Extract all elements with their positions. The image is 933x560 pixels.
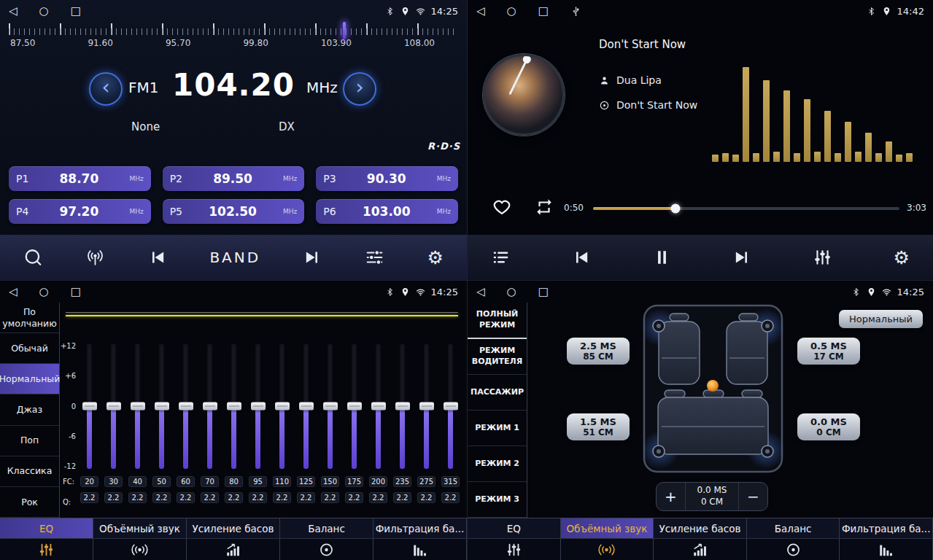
eq-band-slider[interactable] [279, 343, 284, 469]
tab-eq-icon[interactable] [0, 539, 93, 560]
eq-band-slider[interactable] [424, 343, 429, 469]
nav-back-icon[interactable]: ◁ [476, 287, 485, 298]
eq-slider-handle[interactable] [203, 402, 217, 411]
seek-bar[interactable] [593, 207, 899, 210]
tab-bass-boost[interactable]: Усиление басов [187, 518, 280, 538]
eq-band-slider[interactable] [159, 343, 164, 469]
broadcast-icon[interactable] [85, 248, 105, 267]
tab-balance[interactable]: Баланс [747, 518, 840, 538]
nav-home-icon[interactable]: ○ [39, 6, 49, 17]
equalizer-icon[interactable] [813, 248, 832, 267]
nav-back-icon[interactable]: ◁ [9, 6, 18, 17]
eq-preset-item[interactable]: Поп [0, 426, 59, 456]
nav-home-icon[interactable]: ○ [507, 6, 516, 17]
rear-right-delay-badge[interactable]: 0.0 MS 0 CM [797, 413, 860, 440]
eq-slider-handle[interactable] [323, 402, 338, 411]
nav-recents-icon[interactable]: □ [538, 287, 549, 298]
nav-recents-icon[interactable]: □ [538, 6, 549, 17]
eq-slider-handle[interactable] [275, 402, 290, 411]
eq-band-slider[interactable] [111, 343, 116, 469]
frequency-indicator[interactable] [343, 22, 346, 39]
favorite-heart-icon[interactable] [492, 198, 512, 217]
nav-home-icon[interactable]: ○ [507, 287, 516, 298]
tab-eq[interactable]: EQ [0, 518, 93, 538]
eq-band-slider[interactable] [400, 343, 405, 469]
next-station-icon[interactable] [303, 248, 322, 267]
tab-eq-icon[interactable] [468, 539, 561, 560]
frequency-scale[interactable]: 87.50 91.60 95.70 99.80 103.90 108.00 [0, 23, 467, 61]
eq-slider-handle[interactable] [107, 402, 121, 411]
eq-band-slider[interactable] [352, 343, 357, 469]
eq-band-slider[interactable] [207, 343, 212, 469]
settings-gear-icon[interactable]: ⚙ [427, 249, 444, 267]
nav-back-icon[interactable]: ◁ [9, 287, 18, 298]
tab-balance-icon[interactable] [280, 539, 373, 560]
eq-slider-handle[interactable] [395, 402, 410, 411]
tab-balance-icon[interactable] [747, 539, 840, 560]
tab-bass-boost[interactable]: Усиление басов [654, 518, 747, 538]
front-left-delay-badge[interactable]: 2.5 MS 85 CM [567, 338, 630, 365]
eq-band-slider[interactable] [183, 343, 188, 469]
eq-preset-item[interactable]: Обычай [0, 333, 59, 364]
tab-surround-sound-icon[interactable] [561, 539, 654, 560]
nav-home-icon[interactable]: ○ [39, 287, 49, 298]
front-right-delay-badge[interactable]: 0.5 MS 17 CM [797, 338, 860, 365]
eq-slider-handle[interactable] [131, 402, 145, 411]
eq-band-slider[interactable] [255, 343, 260, 469]
tab-surround-sound[interactable]: Объёмный звук [93, 518, 187, 538]
eq-slider-handle[interactable] [371, 402, 386, 411]
tab-bass-boost-icon[interactable] [187, 539, 280, 560]
tab-filter[interactable]: Фильтрация ба... [840, 518, 933, 538]
tab-eq[interactable]: EQ [468, 518, 561, 538]
nav-recents-icon[interactable]: □ [71, 287, 81, 298]
tab-filter[interactable]: Фильтрация ба... [373, 518, 467, 538]
sound-preset-button[interactable]: Нормальный [839, 310, 923, 328]
eq-preset-item[interactable]: Рок [0, 487, 59, 518]
eq-band-slider[interactable] [448, 343, 453, 469]
pause-icon[interactable] [652, 248, 672, 267]
previous-track-icon[interactable] [571, 248, 591, 267]
eq-preset-item[interactable]: Классика [0, 456, 59, 487]
radio-preset-p2[interactable]: P289.50MHz [163, 166, 305, 191]
surround-mode-item[interactable]: РЕЖИМ 1 [468, 411, 527, 446]
settings-gear-icon[interactable]: ⚙ [894, 249, 910, 267]
eq-slider-handle[interactable] [347, 402, 362, 411]
tab-filter-icon[interactable] [373, 539, 467, 560]
surround-mode-item[interactable]: РЕЖИМ ВОДИТЕЛЯ [468, 339, 527, 375]
band-button[interactable]: BAND [209, 249, 260, 266]
radio-preset-p4[interactable]: P497.20MHz [9, 199, 151, 224]
eq-band-slider[interactable] [376, 343, 381, 469]
eq-slider-handle[interactable] [251, 402, 266, 411]
eq-band-slider[interactable] [87, 343, 92, 469]
eq-band-slider[interactable] [135, 343, 140, 469]
album-art[interactable] [483, 54, 565, 136]
surround-mode-item[interactable]: ПОЛНЫЙ РЕЖИМ [468, 303, 527, 339]
eq-band-slider[interactable] [303, 343, 309, 469]
surround-mode-item[interactable]: РЕЖИМ 3 [468, 482, 527, 518]
eq-slider-handle[interactable] [82, 402, 97, 411]
radio-preset-p3[interactable]: P390.30MHz [316, 166, 458, 191]
playlist-icon[interactable] [491, 248, 511, 267]
eq-preset-item[interactable]: По умолчанию [0, 303, 59, 333]
nav-recents-icon[interactable]: □ [71, 6, 81, 17]
eq-slider-handle[interactable] [299, 402, 314, 411]
scan-search-icon[interactable] [23, 248, 43, 267]
eq-preset-item[interactable]: Джаз [0, 394, 59, 425]
seek-bar-knob[interactable] [671, 204, 681, 214]
eq-slider-handle[interactable] [227, 402, 241, 411]
radio-preset-p6[interactable]: P6103.00MHz [316, 199, 458, 224]
tab-surround-sound-icon[interactable] [93, 539, 187, 560]
tab-surround-sound[interactable]: Объёмный звук [561, 518, 654, 538]
eq-band-slider[interactable] [231, 343, 236, 469]
next-track-icon[interactable] [732, 248, 752, 267]
eq-slider-handle[interactable] [179, 402, 193, 411]
nav-back-icon[interactable]: ◁ [476, 6, 485, 17]
tune-up-button[interactable]: › [343, 72, 376, 106]
tab-filter-icon[interactable] [840, 539, 933, 560]
equalizer-icon[interactable] [365, 248, 384, 267]
previous-station-icon[interactable] [147, 248, 167, 267]
eq-band-slider[interactable] [328, 343, 333, 469]
decrease-delay-button[interactable]: − [738, 483, 767, 510]
repeat-icon[interactable] [534, 198, 554, 217]
radio-preset-p5[interactable]: P5102.50MHz [163, 199, 305, 224]
